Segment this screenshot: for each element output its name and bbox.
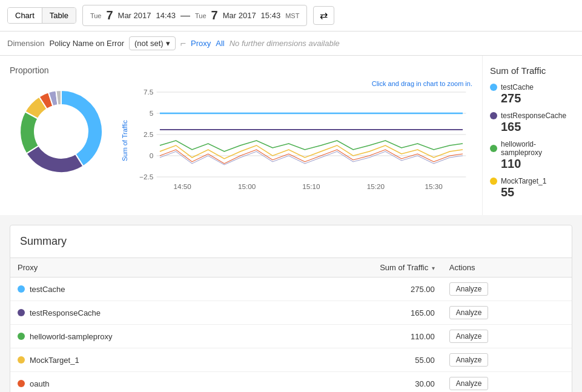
- top-bar: Chart Table Tue 7 Mar 2017 14:43 — Tue 7…: [0, 0, 582, 32]
- dimension-select[interactable]: (not set) ▾: [129, 36, 176, 50]
- svg-text:15:30: 15:30: [425, 183, 443, 190]
- proxy-cell: MockTarget_1: [10, 348, 274, 372]
- proxy-cell: testResponseCache: [10, 301, 274, 325]
- end-date-num: 7: [211, 8, 218, 22]
- start-date-num: 7: [106, 8, 113, 22]
- traffic-value: 30.00: [274, 372, 442, 393]
- legend-items: testCache 275 testResponseCache 165 hell…: [490, 83, 575, 199]
- date-range[interactable]: Tue 7 Mar 2017 14:43 — Tue 7 Mar 2017 15…: [82, 5, 308, 26]
- refresh-button[interactable]: ⇄: [313, 6, 334, 25]
- actions-header: Actions: [442, 258, 572, 277]
- legend-item: helloworld-sampleproxy 110: [490, 140, 575, 171]
- all-link[interactable]: All: [216, 39, 224, 48]
- proxy-header: Proxy: [10, 258, 274, 277]
- table-tab[interactable]: Table: [42, 8, 76, 23]
- svg-text:2.5: 2.5: [144, 131, 153, 138]
- svg-point-0: [34, 104, 88, 159]
- dimension-value: (not set): [134, 39, 164, 48]
- proxy-cell: oauth: [10, 372, 274, 393]
- end-time: 15:43: [261, 11, 281, 20]
- table-row: helloworld-sampleproxy 110.00 Analyze: [10, 325, 572, 348]
- chart-main: Proportion Click and drag in chart to zo…: [0, 56, 482, 215]
- sort-icon: ▾: [432, 265, 435, 271]
- table-row: MockTarget_1 55.00 Analyze: [10, 348, 572, 372]
- summary-title: Summary: [10, 225, 572, 257]
- svg-text:15:10: 15:10: [302, 183, 320, 190]
- chart-area: Sum of Traffic 7.5 5 2.5: [119, 80, 472, 201]
- legend-item: testResponseCache 165: [490, 111, 575, 134]
- date-dash: —: [180, 10, 190, 21]
- donut-chart: [10, 80, 119, 185]
- traffic-value: 165.00: [274, 301, 442, 325]
- svg-text:15:20: 15:20: [367, 183, 385, 190]
- svg-text:−2.5: −2.5: [139, 173, 153, 181]
- chevron-down-icon: ▾: [166, 39, 170, 48]
- end-month-year: Mar 2017: [223, 11, 256, 20]
- proxy-cell: testCache: [10, 277, 274, 301]
- table-header-row: Proxy Sum of Traffic ▾ Actions: [10, 258, 572, 277]
- chart-tab[interactable]: Chart: [8, 8, 42, 23]
- proportion-area: Click and drag in chart to zoom in. Sum …: [10, 80, 472, 201]
- table-row: testResponseCache 165.00 Analyze: [10, 301, 572, 325]
- traffic-header: Sum of Traffic ▾: [274, 258, 442, 277]
- y-axis-label: Sum of Traffic: [119, 80, 131, 201]
- analyze-button[interactable]: Analyze: [449, 330, 489, 343]
- dimension-label: Dimension: [7, 39, 44, 48]
- policy-name-label: Policy Name on Error: [49, 39, 124, 48]
- summary-section: Summary Proxy Sum of Traffic ▾ Actions t…: [10, 225, 572, 392]
- actions-cell: Analyze: [442, 277, 572, 301]
- svg-text:0: 0: [150, 152, 154, 159]
- legend-item: testCache 275: [490, 83, 575, 105]
- dimension-bar: Dimension Policy Name on Error (not set)…: [0, 32, 582, 56]
- line-chart-container: Click and drag in chart to zoom in. Sum …: [119, 80, 472, 201]
- zoom-hint[interactable]: Click and drag in chart to zoom in.: [372, 80, 472, 87]
- traffic-value: 55.00: [274, 348, 442, 372]
- svg-text:15:00: 15:00: [238, 183, 256, 190]
- svg-text:14:50: 14:50: [174, 183, 191, 190]
- analyze-button[interactable]: Analyze: [449, 353, 489, 367]
- view-toggle: Chart Table: [7, 7, 76, 24]
- start-time: 14:43: [156, 11, 176, 20]
- actions-cell: Analyze: [442, 301, 572, 325]
- analyze-button[interactable]: Analyze: [449, 282, 489, 296]
- table-row: testCache 275.00 Analyze: [10, 277, 572, 301]
- dimension-separator: ⌐: [180, 38, 186, 49]
- no-dimensions-text: No further dimensions available: [230, 39, 340, 48]
- table-row: oauth 30.00 Analyze: [10, 372, 572, 393]
- analyze-button[interactable]: Analyze: [449, 306, 489, 319]
- chart-and-legend-section: Proportion Click and drag in chart to zo…: [0, 56, 582, 215]
- analyze-button[interactable]: Analyze: [449, 377, 489, 390]
- summary-table: Proxy Sum of Traffic ▾ Actions testCache…: [10, 257, 572, 392]
- actions-cell: Analyze: [442, 372, 572, 393]
- proxy-cell: helloworld-sampleproxy: [10, 325, 274, 348]
- actions-cell: Analyze: [442, 325, 572, 348]
- summary-tbody: testCache 275.00 Analyze testResponseCac…: [10, 277, 572, 393]
- legend-item: MockTarget_1 55: [490, 177, 575, 199]
- start-month-year: Mar 2017: [118, 11, 151, 20]
- end-tz: MST: [285, 12, 299, 19]
- legend-panel: Sum of Traffic testCache 275 testRespons…: [482, 56, 582, 215]
- legend-title: Sum of Traffic: [490, 65, 575, 76]
- start-day: Tue: [90, 12, 102, 19]
- proxy-link[interactable]: Proxy: [191, 39, 211, 48]
- actions-cell: Analyze: [442, 348, 572, 372]
- traffic-value: 275.00: [274, 277, 442, 301]
- proportion-title: Proportion: [10, 65, 472, 75]
- traffic-value: 110.00: [274, 325, 442, 348]
- end-day: Tue: [195, 12, 207, 19]
- svg-text:5: 5: [150, 110, 154, 117]
- svg-text:7.5: 7.5: [144, 88, 153, 96]
